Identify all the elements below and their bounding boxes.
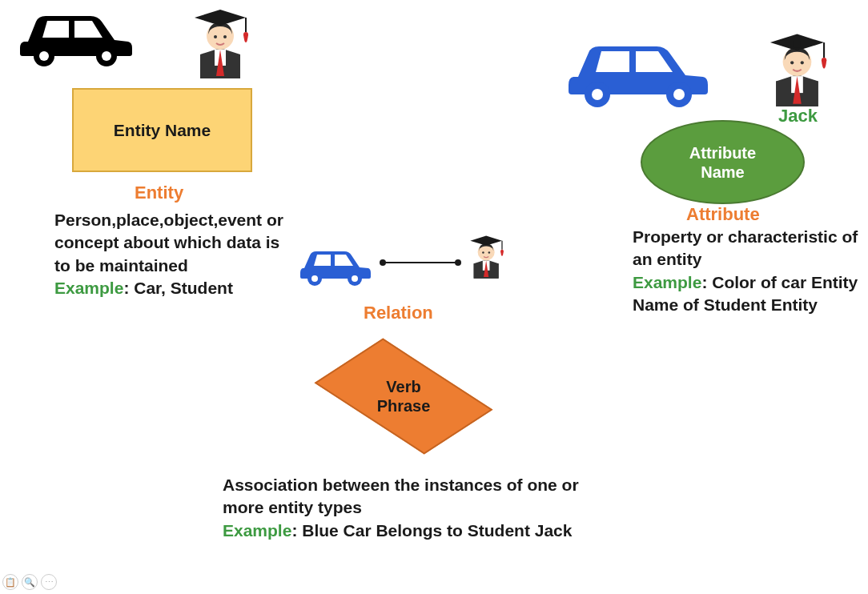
- svg-point-42: [790, 61, 794, 64]
- entity-title: Entity: [135, 183, 183, 203]
- bottom-toolbar: 📋 🔍 ⋯: [2, 574, 57, 590]
- svg-point-34: [592, 89, 603, 100]
- attribute-student-name: Jack: [778, 106, 818, 126]
- svg-point-10: [223, 35, 227, 38]
- car-black-icon: [12, 2, 140, 73]
- entity-box-label: Entity Name: [114, 121, 211, 140]
- svg-point-43: [801, 61, 804, 64]
- entity-example-text: : Car, Student: [123, 279, 233, 297]
- svg-point-9: [214, 35, 217, 38]
- svg-point-18: [352, 275, 358, 282]
- entity-box: Entity Name: [72, 88, 252, 172]
- attribute-example-label: Example: [633, 273, 701, 291]
- magnify-icon[interactable]: 🔍: [22, 574, 38, 590]
- svg-point-16: [311, 275, 318, 282]
- attribute-oval-l1: Attribute: [689, 144, 756, 162]
- entity-description: Person,place,object,event or concept abo…: [54, 209, 287, 299]
- car-blue-icon: [561, 27, 721, 110]
- student-icon: [183, 0, 259, 83]
- svg-rect-45: [794, 41, 800, 47]
- relation-title: Relation: [364, 303, 433, 323]
- relation-illustration: [296, 227, 512, 294]
- attribute-description: Property or characteristic of an entity …: [633, 226, 861, 316]
- svg-point-1: [39, 51, 49, 61]
- relation-example-text: : Blue Car Belongs to Student Jack: [291, 521, 572, 540]
- relation-diamond: Verb Phrase: [315, 336, 492, 456]
- entity-example-label: Example: [54, 279, 123, 297]
- svg-rect-30: [484, 239, 488, 243]
- more-icon[interactable]: ⋯: [41, 574, 57, 590]
- relation-diamond-l1: Verb: [386, 378, 420, 395]
- relation-description: Association between the instances of one…: [223, 474, 599, 542]
- svg-point-36: [673, 89, 685, 100]
- attribute-oval: Attribute Name: [641, 120, 805, 204]
- svg-point-21: [455, 259, 461, 266]
- clipboard-icon[interactable]: 📋: [2, 574, 18, 590]
- relation-example-label: Example: [223, 521, 291, 540]
- attribute-oval-l2: Name: [701, 163, 744, 181]
- relation-diamond-l2: Phrase: [377, 397, 431, 415]
- relation-desc-text: Association between the instances of one…: [223, 476, 579, 516]
- attribute-title: Attribute: [686, 204, 760, 225]
- svg-point-28: [488, 251, 490, 253]
- svg-point-3: [102, 51, 111, 61]
- attribute-desc-text: Property or characteristic of an entity: [633, 227, 858, 268]
- student-icon-right: [757, 24, 838, 111]
- svg-point-27: [482, 251, 484, 253]
- svg-rect-12: [217, 16, 223, 22]
- entity-desc-text: Person,place,object,event or concept abo…: [54, 211, 283, 275]
